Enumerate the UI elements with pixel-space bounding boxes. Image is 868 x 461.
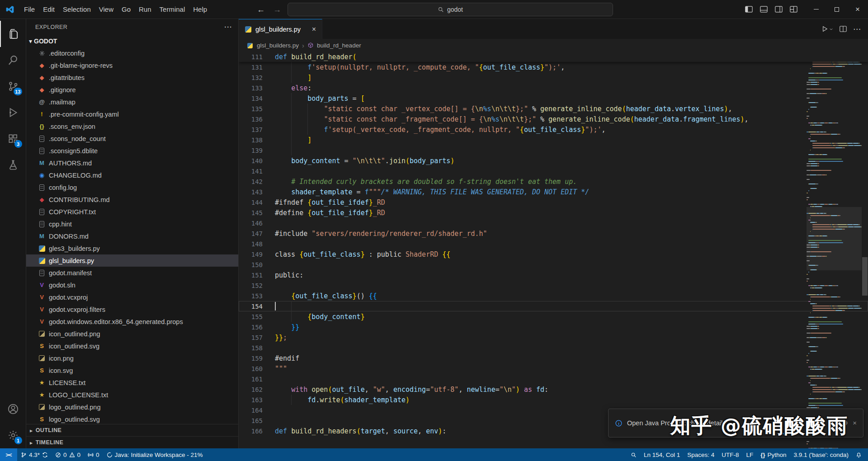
line-number[interactable]: 132 xyxy=(239,74,275,81)
file-godot.vcxproj[interactable]: Vgodot.vcxproj xyxy=(26,291,238,303)
line-number[interactable]: 159 xyxy=(239,355,275,362)
code-line[interactable]: 141 xyxy=(239,166,868,176)
code-line[interactable]: 132 ] xyxy=(239,72,868,83)
activity-testing[interactable] xyxy=(0,152,26,178)
code-line[interactable]: 156 }} xyxy=(239,322,868,332)
line-number[interactable]: 145 xyxy=(239,209,275,216)
tab-glsl-builders[interactable]: glsl_builders.py × xyxy=(239,19,322,39)
menu-file[interactable]: File xyxy=(20,4,39,15)
code-line[interactable]: 133 else: xyxy=(239,83,868,93)
file-cpp.hint[interactable]: cpp.hint xyxy=(26,218,238,230)
vertical-scrollbar[interactable] xyxy=(862,52,868,448)
file-.gitignore[interactable]: ◆.gitignore xyxy=(26,84,238,96)
activity-settings[interactable]: 1 xyxy=(0,422,26,448)
line-number[interactable]: 136 xyxy=(239,116,275,123)
code-line[interactable]: 134 body_parts = [ xyxy=(239,93,868,103)
file-COPYRIGHT.txt[interactable]: COPYRIGHT.txt xyxy=(26,206,238,218)
file-.git-blame-ignore-revs[interactable]: ◆.git-blame-ignore-revs xyxy=(26,59,238,71)
line-number[interactable]: 138 xyxy=(239,136,275,144)
line-number[interactable]: 111 xyxy=(239,53,275,61)
file-glsl_builders.py[interactable]: glsl_builders.py xyxy=(26,254,238,267)
menu-help[interactable]: Help xyxy=(189,4,211,15)
maximize-button[interactable] xyxy=(826,0,847,19)
activity-source-control[interactable]: 13 xyxy=(0,73,26,99)
code-line[interactable]: 135 "static const char _vertex_code[] = … xyxy=(239,103,868,114)
code-line[interactable]: 159#endif xyxy=(239,353,868,363)
file-LICENSE.txt[interactable]: ★LICENSE.txt xyxy=(26,376,238,389)
line-number[interactable]: 146 xyxy=(239,220,275,227)
activity-explorer[interactable] xyxy=(0,21,26,47)
file-logo_outlined.svg[interactable]: Slogo_outlined.svg xyxy=(26,413,238,424)
line-number[interactable]: 131 xyxy=(239,64,275,71)
file-logo_outlined.png[interactable]: logo_outlined.png xyxy=(26,401,238,413)
toggle-sidebar-icon[interactable] xyxy=(745,6,753,13)
code-line[interactable]: 149class {out_file_class} : public Shade… xyxy=(239,249,868,259)
line-number[interactable]: 148 xyxy=(239,240,275,248)
file-LOGO_LICENSE.txt[interactable]: ★LOGO_LICENSE.txt xyxy=(26,389,238,401)
file-godot.windows.editor.x86_64.generated.props[interactable]: Vgodot.windows.editor.x86_64.generated.p… xyxy=(26,315,238,328)
file-godot.vcxproj.filters[interactable]: Vgodot.vcxproj.filters xyxy=(26,303,238,315)
status-branch[interactable]: 4.3* xyxy=(17,448,52,461)
status-search-status[interactable] xyxy=(627,448,640,461)
split-editor-icon[interactable] xyxy=(840,25,847,33)
sticky-line[interactable]: 111def build_rd_header( xyxy=(239,52,868,62)
explorer-actions-icon[interactable]: ⋯ xyxy=(224,22,232,32)
line-number[interactable]: 137 xyxy=(239,126,275,133)
status-problems[interactable]: 00 xyxy=(52,448,84,461)
status-python-interpreter[interactable]: 3.9.1 ('base': conda) xyxy=(790,448,852,461)
forward-button[interactable]: → xyxy=(271,5,283,14)
line-number[interactable]: 139 xyxy=(239,147,275,154)
line-number[interactable]: 155 xyxy=(239,313,275,320)
line-number[interactable]: 163 xyxy=(239,396,275,404)
sticky-scroll-line[interactable]: 111def build_rd_header( xyxy=(239,52,868,62)
toggle-panel-icon[interactable] xyxy=(760,6,768,13)
code-line[interactable]: 148 xyxy=(239,239,868,249)
status-language-mode[interactable]: {}Python xyxy=(757,448,790,461)
code-line[interactable]: 155 {body_content} xyxy=(239,311,868,322)
line-number[interactable]: 161 xyxy=(239,376,275,383)
status-ports[interactable]: 0 xyxy=(84,448,103,461)
file-DONORS.md[interactable]: MDONORS.md xyxy=(26,230,238,242)
code-line[interactable]: 157}}; xyxy=(239,332,868,343)
line-number[interactable]: 147 xyxy=(239,230,275,237)
file-.sconsign5.dblite[interactable]: .sconsign5.dblite xyxy=(26,145,238,157)
code-line[interactable]: 142 # Intended curly brackets are double… xyxy=(239,176,868,187)
file-CONTRIBUTING.md[interactable]: ◆CONTRIBUTING.md xyxy=(26,193,238,206)
file-AUTHORS.md[interactable]: MAUTHORS.md xyxy=(26,157,238,169)
close-button[interactable]: × xyxy=(847,0,868,19)
line-number[interactable]: 135 xyxy=(239,105,275,113)
status-indentation[interactable]: Spaces: 4 xyxy=(684,448,718,461)
line-number[interactable]: 140 xyxy=(239,157,275,165)
code-line[interactable]: 158 xyxy=(239,343,868,353)
line-number[interactable]: 150 xyxy=(239,261,275,268)
line-number[interactable]: 133 xyxy=(239,85,275,92)
code-line[interactable]: 146 xyxy=(239,218,868,228)
file-godot.manifest[interactable]: godot.manifest xyxy=(26,267,238,279)
status-cursor-position[interactable]: Ln 154, Col 1 xyxy=(640,448,684,461)
run-python-button[interactable] xyxy=(821,25,833,33)
line-number[interactable]: 157 xyxy=(239,334,275,341)
line-number[interactable]: 166 xyxy=(239,428,275,435)
menu-go[interactable]: Go xyxy=(118,4,135,15)
line-number[interactable]: 151 xyxy=(239,272,275,279)
code-line[interactable]: 163 fd.write(shader_template) xyxy=(239,395,868,405)
file-icon_outlined.png[interactable]: icon_outlined.png xyxy=(26,328,238,340)
file-.mailmap[interactable]: @.mailmap xyxy=(26,96,238,108)
code-line[interactable]: 140 body_content = "\n\t\t".join(body_pa… xyxy=(239,155,868,166)
minimap[interactable] xyxy=(807,52,862,448)
tab-close-icon[interactable]: × xyxy=(311,25,317,33)
status-notifications-bell[interactable] xyxy=(852,448,865,461)
code-line[interactable]: 152 xyxy=(239,280,868,291)
line-number[interactable]: 160 xyxy=(239,365,275,372)
code-line[interactable]: 153 {out_file_class}() {{ xyxy=(239,291,868,301)
code-line[interactable]: 151public: xyxy=(239,270,868,280)
line-number[interactable]: 162 xyxy=(239,386,275,393)
file-.scons_node_count[interactable]: .scons_node_count xyxy=(26,132,238,145)
code-editor[interactable]: 111def build_rd_header( 131 f'setup(null… xyxy=(239,52,868,448)
breadcrumb-symbol[interactable]: build_rd_header xyxy=(317,42,361,49)
back-button[interactable]: ← xyxy=(255,5,267,14)
code-line[interactable]: 139 xyxy=(239,145,868,155)
line-number[interactable]: 153 xyxy=(239,292,275,300)
code-line[interactable]: 161 xyxy=(239,374,868,384)
code-line[interactable]: 143 shader_template = f"""/* WARNING, TH… xyxy=(239,187,868,197)
